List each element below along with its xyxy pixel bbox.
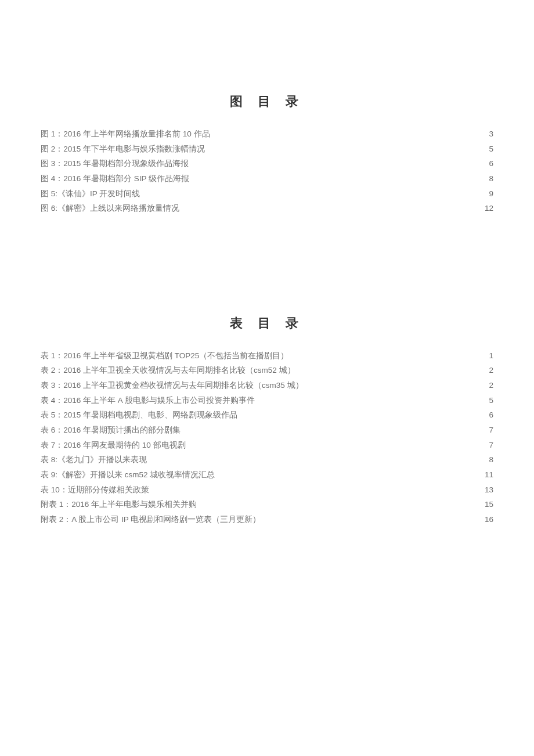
toc-page: 6 bbox=[489, 408, 493, 423]
toc-label: 表 1：2016 年上半年省级卫视黄档剧 TOP25（不包括当前在播剧目） bbox=[41, 348, 288, 363]
toc-page: 9 bbox=[489, 186, 493, 201]
toc-entry: 图 1：2016 年上半年网络播放量排名前 10 作品 3 bbox=[41, 127, 493, 142]
toc-label: 表 2：2016 上半年卫视全天收视情况与去年同期排名比较（csm52 城） bbox=[41, 363, 295, 378]
toc-entry: 图 5:《诛仙》IP 开发时间线 9 bbox=[41, 186, 493, 201]
toc-label: 图 3：2015 年暑期档部分现象级作品海报 bbox=[41, 156, 189, 171]
toc-entry: 附表 2：A 股上市公司 IP 电视剧和网络剧一览表（三月更新） 16 bbox=[41, 512, 493, 527]
toc-label: 附表 2：A 股上市公司 IP 电视剧和网络剧一览表（三月更新） bbox=[41, 512, 261, 527]
toc-entry: 表 3：2016 上半年卫视黄金档收视情况与去年同期排名比较（csm35 城） … bbox=[41, 378, 493, 393]
toc-page: 2 bbox=[489, 363, 493, 378]
toc-label: 图 1：2016 年上半年网络播放量排名前 10 作品 bbox=[41, 127, 210, 142]
toc-page: 12 bbox=[485, 201, 493, 216]
toc-label: 表 10：近期部分传媒相关政策 bbox=[41, 483, 149, 498]
figures-toc-list: 图 1：2016 年上半年网络播放量排名前 10 作品 3 图 2：2015 年… bbox=[41, 127, 493, 216]
tables-toc-list: 表 1：2016 年上半年省级卫视黄档剧 TOP25（不包括当前在播剧目） 1 … bbox=[41, 348, 493, 527]
tables-toc-section: 表 目 录 表 1：2016 年上半年省级卫视黄档剧 TOP25（不包括当前在播… bbox=[41, 315, 493, 527]
toc-entry: 表 9:《解密》开播以来 csm52 城收视率情况汇总 11 bbox=[41, 467, 493, 483]
toc-entry: 附表 1：2016 年上半年电影与娱乐相关并购 15 bbox=[41, 497, 493, 512]
toc-entry: 表 10：近期部分传媒相关政策 13 bbox=[41, 483, 493, 498]
figures-toc-title: 图 目 录 bbox=[41, 93, 493, 110]
toc-label: 表 7：2016 年网友最期待的 10 部电视剧 bbox=[41, 438, 186, 453]
toc-entry: 表 8:《老九门》开播以来表现 8 bbox=[41, 452, 493, 467]
toc-label: 表 6：2016 年暑期预计播出的部分剧集 bbox=[41, 423, 181, 438]
toc-page: 16 bbox=[485, 512, 493, 527]
toc-entry: 表 6：2016 年暑期预计播出的部分剧集 7 bbox=[41, 423, 493, 438]
toc-entry: 表 2：2016 上半年卫视全天收视情况与去年同期排名比较（csm52 城） 2 bbox=[41, 363, 493, 378]
toc-label: 表 8:《老九门》开播以来表现 bbox=[41, 452, 147, 467]
toc-entry: 图 6:《解密》上线以来网络播放量情况 12 bbox=[41, 201, 493, 216]
toc-page: 11 bbox=[485, 467, 493, 483]
toc-page: 7 bbox=[489, 438, 493, 453]
toc-label: 表 9:《解密》开播以来 csm52 城收视率情况汇总 bbox=[41, 467, 215, 483]
toc-page: 15 bbox=[485, 497, 493, 512]
toc-page: 8 bbox=[489, 171, 493, 186]
toc-entry: 图 3：2015 年暑期档部分现象级作品海报 6 bbox=[41, 156, 493, 171]
toc-entry: 表 5：2015 年暑期档电视剧、电影、网络剧现象级作品 6 bbox=[41, 408, 493, 423]
toc-entry: 图 2：2015 年下半年电影与娱乐指数涨幅情况 5 bbox=[41, 142, 493, 157]
toc-label: 表 4：2016 年上半年 A 股电影与娱乐上市公司投资并购事件 bbox=[41, 393, 255, 408]
toc-page: 7 bbox=[489, 423, 493, 438]
tables-toc-title: 表 目 录 bbox=[41, 315, 493, 332]
toc-entry: 表 4：2016 年上半年 A 股电影与娱乐上市公司投资并购事件 5 bbox=[41, 393, 493, 408]
toc-entry: 图 4：2016 年暑期档部分 SIP 级作品海报 8 bbox=[41, 171, 493, 186]
toc-entry: 表 1：2016 年上半年省级卫视黄档剧 TOP25（不包括当前在播剧目） 1 bbox=[41, 348, 493, 363]
toc-page: 1 bbox=[489, 348, 493, 363]
figures-toc-section: 图 目 录 图 1：2016 年上半年网络播放量排名前 10 作品 3 图 2：… bbox=[41, 93, 493, 216]
toc-label: 表 3：2016 上半年卫视黄金档收视情况与去年同期排名比较（csm35 城） bbox=[41, 378, 304, 393]
toc-page: 2 bbox=[489, 378, 493, 393]
toc-label: 表 5：2015 年暑期档电视剧、电影、网络剧现象级作品 bbox=[41, 408, 237, 423]
toc-entry: 表 7：2016 年网友最期待的 10 部电视剧 7 bbox=[41, 438, 493, 453]
toc-label: 附表 1：2016 年上半年电影与娱乐相关并购 bbox=[41, 497, 197, 512]
toc-page: 8 bbox=[489, 452, 493, 467]
toc-page: 5 bbox=[489, 393, 493, 408]
toc-page: 3 bbox=[489, 127, 493, 142]
toc-label: 图 5:《诛仙》IP 开发时间线 bbox=[41, 186, 140, 201]
toc-label: 图 2：2015 年下半年电影与娱乐指数涨幅情况 bbox=[41, 142, 205, 157]
toc-page: 13 bbox=[485, 483, 493, 498]
toc-page: 6 bbox=[489, 156, 493, 171]
toc-label: 图 6:《解密》上线以来网络播放量情况 bbox=[41, 201, 179, 216]
toc-label: 图 4：2016 年暑期档部分 SIP 级作品海报 bbox=[41, 171, 189, 186]
toc-page: 5 bbox=[489, 142, 493, 157]
